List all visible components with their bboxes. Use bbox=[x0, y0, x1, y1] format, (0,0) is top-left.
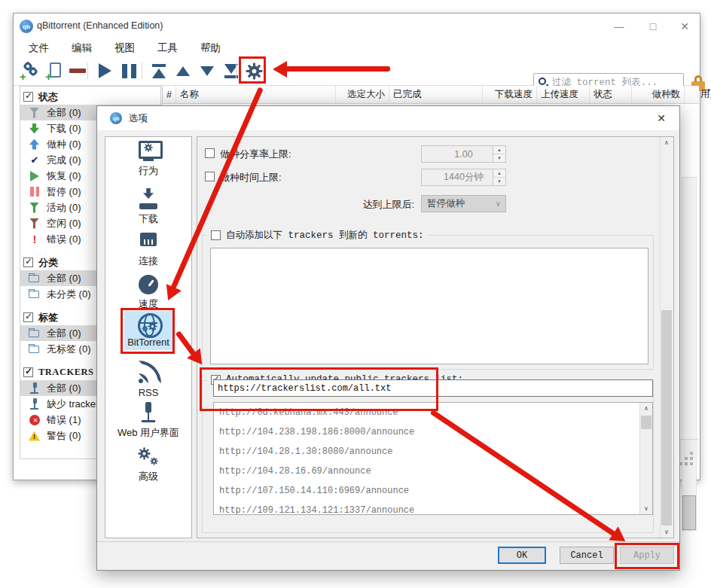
close-button[interactable]: ✕ bbox=[673, 18, 696, 35]
folder-icon bbox=[29, 288, 41, 300]
column-header-0[interactable]: # bbox=[163, 86, 176, 103]
tracker-url-1: http://104.238.198.186:8000/announce bbox=[214, 422, 652, 442]
menu-item-3[interactable]: 工具 bbox=[151, 40, 185, 56]
tracker-list[interactable]: http://0d.kebhana.mx:443/announcehttp://… bbox=[213, 402, 653, 515]
section-checkbox[interactable] bbox=[23, 367, 33, 377]
sidebar-item-label: 错误 (1) bbox=[47, 413, 81, 427]
auto-add-label: 自动添加以下 trackers 到新的 torrents: bbox=[226, 229, 424, 242]
resize-grip[interactable] bbox=[690, 452, 693, 455]
dialog-title-bar: qb 选项 ✕ bbox=[97, 106, 679, 130]
funnel-brown-icon bbox=[29, 218, 41, 230]
add-link-button[interactable]: + bbox=[20, 60, 41, 81]
dialog-close-button[interactable]: ✕ bbox=[652, 111, 670, 126]
section-title: 标签 bbox=[38, 311, 58, 324]
nav-item-连接[interactable]: 连接 bbox=[105, 229, 191, 270]
section-title: 状态 bbox=[38, 90, 58, 104]
sidebar-item-label: 做种 (0) bbox=[47, 138, 81, 151]
column-header-4[interactable]: 下载速度 bbox=[483, 86, 537, 103]
nav-item-label: 高级 bbox=[136, 470, 161, 483]
scrollbar-thumb[interactable] bbox=[641, 416, 651, 429]
download-icon bbox=[136, 188, 161, 211]
add-file-icon: + bbox=[47, 62, 63, 80]
spin-down-icon: ▼ bbox=[493, 154, 505, 162]
behavior-icon bbox=[136, 140, 161, 163]
scroll-down-icon[interactable]: ∨ bbox=[640, 503, 652, 514]
section-checkbox[interactable] bbox=[23, 92, 33, 102]
limit-reached-select[interactable]: 暂停做种 ∨ bbox=[421, 195, 506, 212]
play-icon bbox=[99, 63, 111, 78]
menu-item-0[interactable]: 文件 bbox=[22, 40, 56, 56]
nav-item-行为[interactable]: 行为 bbox=[105, 139, 191, 180]
spinner-buttons[interactable]: ▲▼ bbox=[493, 146, 505, 162]
maximize-button[interactable]: □ bbox=[642, 18, 664, 35]
add-link-icon: + bbox=[22, 62, 40, 80]
sidebar-item-label: 缺少 tracker bbox=[47, 398, 99, 411]
table-scrollbar[interactable] bbox=[682, 177, 697, 531]
arrow-up-blue-icon bbox=[29, 139, 41, 151]
nav-item-rss[interactable]: RSS bbox=[105, 361, 191, 401]
move-up-button[interactable] bbox=[172, 60, 194, 81]
menu-item-4[interactable]: 帮助 bbox=[194, 40, 227, 56]
column-header-5[interactable]: 上传速度 bbox=[537, 86, 590, 103]
sidebar-item-label: 错误 (0) bbox=[47, 233, 81, 246]
auto-add-groupbox: 自动添加以下 trackers 到新的 torrents: bbox=[202, 235, 654, 370]
scroll-up-icon[interactable]: ∧ bbox=[661, 137, 673, 148]
webui-icon bbox=[136, 402, 161, 425]
sidebar-item-label: 全部 (0) bbox=[47, 106, 81, 120]
nav-item-高级[interactable]: 高级 bbox=[105, 444, 191, 486]
spin-up-icon: ▲ bbox=[493, 169, 505, 178]
tracker-url-3: http://104.28.16.69/announce bbox=[214, 462, 652, 481]
seed-time-label: 做种时间上限: bbox=[220, 171, 282, 184]
spin-down-icon: ▼ bbox=[493, 178, 505, 185]
nav-item-下载[interactable]: 下载 bbox=[105, 187, 191, 228]
column-header-6[interactable]: 状态 bbox=[590, 86, 632, 103]
exclaim-red-icon: ! bbox=[29, 233, 41, 245]
tracker-list-scrollbar[interactable]: ∧ ∨ bbox=[639, 403, 652, 514]
column-header-3[interactable]: 已完成 bbox=[389, 86, 483, 103]
tracker-icon bbox=[29, 382, 41, 395]
folder-icon bbox=[29, 328, 41, 340]
seed-time-spinbox[interactable]: 1440分钟 ▲▼ bbox=[421, 169, 506, 186]
resume-button[interactable] bbox=[94, 60, 115, 81]
scroll-up-icon[interactable]: ∧ bbox=[640, 403, 652, 414]
warning-icon bbox=[29, 430, 41, 442]
column-header-7[interactable]: 做种数 bbox=[632, 86, 685, 103]
ok-button[interactable]: OK bbox=[498, 547, 546, 564]
section-checkbox[interactable] bbox=[23, 312, 33, 322]
sidebar-item-label: 空闲 (0) bbox=[47, 217, 81, 230]
folder-icon bbox=[29, 343, 41, 355]
share-ratio-checkbox[interactable] bbox=[205, 148, 215, 158]
chevron-down-icon: ∨ bbox=[496, 200, 501, 208]
menu-item-1[interactable]: 编辑 bbox=[65, 40, 99, 56]
pause-button[interactable] bbox=[118, 60, 139, 81]
window-title: qBittorrent (Enhanced Edition) bbox=[37, 20, 163, 31]
scrollbar-thumb[interactable] bbox=[661, 310, 672, 526]
spinner-buttons[interactable]: ▲▼ bbox=[493, 169, 505, 185]
menu-item-2[interactable]: 视图 bbox=[108, 40, 142, 56]
nav-item-web-用户界面[interactable]: Web 用户界面 bbox=[105, 401, 191, 442]
remove-button[interactable] bbox=[67, 60, 88, 81]
cancel-button[interactable]: Cancel bbox=[560, 547, 614, 564]
tracker-url-4: http://107.150.14.110:6969/announce bbox=[214, 481, 652, 501]
scroll-down-icon[interactable]: ∨ bbox=[661, 526, 673, 538]
auto-add-textarea[interactable] bbox=[210, 248, 648, 364]
tracker-url-2: http://104.28.1.30:8080/announce bbox=[214, 442, 652, 462]
minimize-button[interactable]: — bbox=[608, 18, 630, 35]
section-checkbox[interactable] bbox=[23, 257, 33, 267]
add-file-button[interactable]: + bbox=[44, 60, 66, 81]
funnel-gray-icon bbox=[29, 107, 41, 119]
move-top-button[interactable] bbox=[148, 60, 169, 81]
title-bar: qb qBittorrent (Enhanced Edition) — □ ✕ bbox=[14, 14, 700, 38]
annotation-box-settings bbox=[239, 56, 266, 84]
move-down-button[interactable] bbox=[197, 60, 218, 81]
scrollbar-thumb[interactable] bbox=[682, 495, 696, 530]
auto-add-checkbox[interactable] bbox=[211, 230, 221, 240]
column-header-2[interactable]: 选定大小 bbox=[336, 86, 389, 103]
sidebar-item-label: 完成 (0) bbox=[47, 154, 81, 167]
column-header-8[interactable]: 用户 bbox=[685, 86, 711, 103]
sidebar-item-label: 全部 (0) bbox=[47, 272, 81, 285]
share-ratio-spinbox[interactable]: 1.00 ▲▼ bbox=[421, 145, 506, 163]
dialog-scrollbar[interactable]: ∧ ∨ bbox=[660, 137, 673, 538]
advanced-icon bbox=[136, 446, 161, 468]
seed-time-checkbox[interactable] bbox=[205, 172, 215, 181]
